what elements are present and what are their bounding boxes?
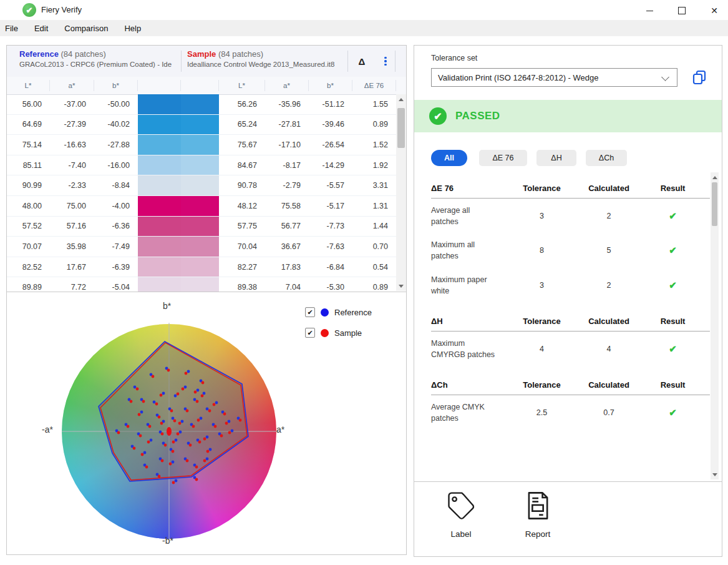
- gamut-chart: b* -b* -a* a* ✔ Reference ✔ Sample: [7, 292, 406, 554]
- sample-color-patch: [181, 135, 219, 155]
- menu-comparison[interactable]: Comparison: [64, 24, 108, 33]
- app-title: Fiery Verify: [41, 5, 82, 14]
- reference-header: Reference (84 patches) GRACoL2013 - CRPC…: [19, 49, 172, 68]
- tolerance-set-value: Validation Print (ISO 12647-8:2012) - We…: [438, 73, 599, 82]
- chart-legend: ✔ Reference ✔ Sample: [305, 307, 372, 348]
- results-list: ΔE 76 Tolerance Calculated Result Averag…: [431, 178, 710, 438]
- legend-sample-label: Sample: [334, 328, 362, 338]
- sample-color-patch: [181, 217, 219, 237]
- results-section-header: ΔCh Tolerance Calculated Result: [431, 375, 710, 395]
- tab-delta-ch[interactable]: ΔCh: [586, 150, 627, 166]
- title-bar: ✔ Fiery Verify ✕: [0, 0, 728, 20]
- result-filter-tabs: All ΔE 76 ΔH ΔCh: [431, 150, 627, 166]
- status-banner: ✔ PASSED: [414, 100, 722, 132]
- pass-check-icon: ✔: [646, 343, 699, 355]
- table-row[interactable]: 82.52 17.67 -6.39 82.27 17.83 -6.84 0.54: [7, 257, 406, 278]
- results-row: Maximum CMYRGB patches 4 4 ✔: [431, 332, 710, 366]
- reference-color-patch: [138, 155, 181, 175]
- header-divider: [181, 51, 182, 72]
- menu-help[interactable]: Help: [124, 24, 141, 33]
- table-scrollbar-thumb[interactable]: [397, 108, 405, 148]
- col-ref-l: L*: [7, 80, 50, 91]
- report-button-text: Report: [513, 529, 563, 539]
- tolerance-set-label: Tolerance set: [431, 54, 477, 62]
- col-sample-a: a*: [265, 80, 309, 91]
- sample-header: Sample (84 patches) Idealliance Control …: [187, 49, 334, 68]
- table-row[interactable]: 89.89 7.72 -5.04 89.38 7.04 -5.30 0.89: [7, 277, 406, 292]
- reference-subtitle: GRACoL2013 - CRPC6 (Premium Coated) - Id…: [19, 61, 172, 68]
- scroll-down-icon[interactable]: [711, 469, 719, 479]
- label-button[interactable]: Label: [436, 489, 486, 539]
- col-ref-patch: [138, 80, 181, 91]
- copy-tolerance-button[interactable]: [691, 69, 708, 86]
- sample-checkbox[interactable]: ✔: [305, 328, 315, 338]
- table-row[interactable]: 64.69 -27.39 -40.02 65.24 -27.81 -39.46 …: [7, 115, 406, 135]
- col-ref-b: b*: [94, 80, 138, 91]
- scroll-up-icon[interactable]: [711, 172, 719, 182]
- tag-icon: [445, 489, 477, 522]
- table-scrollbar[interactable]: [396, 94, 406, 291]
- results-section-header: ΔH Tolerance Calculated Result: [431, 311, 710, 332]
- pass-check-icon: ✔: [646, 210, 699, 222]
- delta-toggle-button[interactable]: Δ: [354, 53, 370, 69]
- sample-color-patch: [181, 237, 219, 257]
- col-sample-l: L*: [219, 80, 265, 91]
- col-sample-patch: [181, 80, 219, 91]
- tab-delta-e76[interactable]: ΔE 76: [479, 150, 527, 166]
- legend-reference: ✔ Reference: [305, 307, 372, 317]
- tab-all[interactable]: All: [431, 150, 467, 166]
- tolerance-set-select[interactable]: Validation Print (ISO 12647-8:2012) - We…: [431, 68, 677, 87]
- table-row[interactable]: 57.52 57.16 -6.36 57.75 56.77 -7.73 1.44: [7, 217, 406, 237]
- menu-bar: File Edit Comparison Help: [0, 20, 728, 36]
- reference-color-patch: [138, 277, 181, 292]
- scroll-down-icon[interactable]: [396, 281, 406, 291]
- section-name: ΔE 76: [431, 184, 512, 193]
- axis-label-b-pos: b*: [163, 301, 171, 311]
- scroll-up-icon[interactable]: [396, 94, 406, 104]
- results-row: Maximum all patches 8 5 ✔: [431, 233, 710, 267]
- table-row[interactable]: 48.00 75.00 -4.00 48.12 75.58 -5.17 1.31: [7, 196, 406, 217]
- col-ref-a: a*: [50, 80, 94, 91]
- menu-edit[interactable]: Edit: [34, 24, 48, 33]
- reference-dot-icon: [321, 308, 329, 317]
- comparison-header: Reference (84 patches) GRACoL2013 - CRPC…: [7, 46, 406, 77]
- status-text: PASSED: [455, 110, 500, 122]
- reference-checkbox[interactable]: ✔: [305, 307, 315, 317]
- reference-color-patch: [138, 94, 181, 114]
- sample-color-patch: [181, 155, 219, 175]
- results-panel: Tolerance set Validation Print (ISO 1264…: [414, 45, 722, 557]
- sample-dot-icon: [321, 329, 329, 337]
- report-button[interactable]: Report: [513, 489, 563, 539]
- reference-gamut-outline: [99, 341, 248, 481]
- table-row[interactable]: 85.11 -7.40 -16.00 84.67 -8.17 -14.29 1.…: [7, 155, 406, 176]
- pass-check-icon: ✔: [646, 245, 699, 256]
- report-icon: [522, 489, 554, 522]
- maximize-button[interactable]: [672, 4, 691, 17]
- col-scroll-gap: [396, 80, 406, 91]
- comparison-table-body: 56.00 -37.00 -50.00 56.26 -35.96 -51.12 …: [7, 94, 406, 292]
- results-scrollbar-thumb[interactable]: [712, 182, 717, 226]
- reference-title: Reference: [19, 49, 59, 59]
- header-divider: [395, 51, 396, 72]
- results-scrollbar[interactable]: [711, 172, 719, 479]
- tab-delta-h[interactable]: ΔH: [536, 150, 576, 166]
- table-row[interactable]: 75.14 -16.63 -27.88 75.67 -17.10 -26.54 …: [7, 135, 406, 155]
- column-header-row: L* a* b* L* a* b* ΔE 76: [7, 77, 406, 95]
- table-row[interactable]: 56.00 -37.00 -50.00 56.26 -35.96 -51.12 …: [7, 94, 406, 115]
- legend-sample: ✔ Sample: [305, 328, 372, 338]
- minimize-button[interactable]: [640, 4, 659, 17]
- reference-color-patch: [138, 257, 181, 277]
- sample-count: (84 patches): [218, 49, 263, 59]
- table-row[interactable]: 70.07 35.98 -7.49 70.04 36.67 -7.63 0.70: [7, 237, 406, 257]
- sample-color-patch: [181, 257, 219, 277]
- kebab-menu-icon[interactable]: [379, 54, 392, 69]
- reference-color-patch: [138, 175, 181, 195]
- reference-color-patch: [138, 237, 181, 257]
- col-sample-b: b*: [309, 80, 352, 91]
- menu-file[interactable]: File: [5, 24, 18, 33]
- passed-check-icon: ✔: [429, 107, 447, 125]
- sample-color-patch: [181, 175, 219, 195]
- table-row[interactable]: 90.99 -2.33 -8.84 90.78 -2.79 -5.57 3.31: [7, 175, 406, 196]
- comparison-panel: Reference (84 patches) GRACoL2013 - CRPC…: [6, 45, 407, 555]
- close-button[interactable]: ✕: [705, 4, 724, 17]
